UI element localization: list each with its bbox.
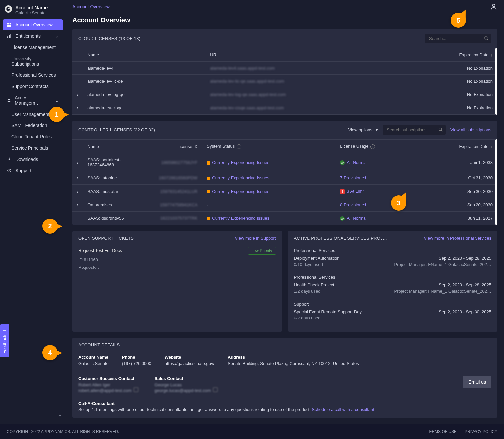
- feedback-tab[interactable]: Feedback ▭: [0, 324, 9, 357]
- cell-name: SAAS: tatooine: [83, 171, 152, 185]
- cell-status[interactable]: Currently Experiencing Issues: [202, 153, 335, 171]
- panel-title: CONTROLLER LICENSES (32 OF 32): [78, 127, 155, 132]
- col-system-status[interactable]: System Statusi: [202, 140, 335, 153]
- privacy-link[interactable]: PRIVACY POLICY: [465, 429, 497, 434]
- cell-status[interactable]: Currently Experiencing Issues: [202, 171, 335, 185]
- table-row[interactable]: › SAAS: dsgrdhtjy55 162210375737TRK Curr…: [72, 212, 497, 225]
- nav-label: Support: [15, 168, 31, 173]
- copy-icon[interactable]: [134, 387, 138, 392]
- ps-days: 1/2 days used: [294, 289, 321, 294]
- view-more-support-link[interactable]: View more in Support: [235, 236, 276, 241]
- nav-professional-services[interactable]: Professional Services: [6, 70, 63, 81]
- profile-icon[interactable]: [490, 3, 497, 10]
- cell-expiration: Jun 11, 2027: [418, 212, 497, 225]
- cell-usage[interactable]: All Normal: [335, 153, 418, 171]
- warning-icon: [207, 190, 210, 193]
- table-row[interactable]: › SAAS: tatooine 160728616560PDW Current…: [72, 171, 497, 185]
- nav-entitlements[interactable]: Entitlements ⌄: [3, 30, 63, 42]
- controller-search-input[interactable]: [383, 125, 446, 135]
- expand-icon[interactable]: ›: [72, 62, 83, 75]
- schedule-call-link[interactable]: Schedule a call with a consultant.: [312, 407, 375, 412]
- col-name[interactable]: Name: [83, 140, 152, 153]
- detail-address-value: Senate Building, Senate Plaza,, Coruscan…: [228, 361, 359, 366]
- sales-label: Sales Contact: [155, 376, 218, 381]
- nav-access-management[interactable]: Access Managem… ⌄: [3, 92, 63, 109]
- copy-icon[interactable]: [213, 387, 218, 392]
- expand-icon[interactable]: ›: [72, 75, 83, 88]
- cell-usage[interactable]: 7 Provisioned: [335, 171, 418, 185]
- expand-icon[interactable]: ›: [72, 101, 83, 115]
- ps-days: 0/2 days used: [294, 316, 321, 320]
- nav-university-subscriptions[interactable]: University Subscriptions: [6, 53, 63, 70]
- cell-expiration: Oct 31, 2030: [418, 171, 497, 185]
- detail-address-label: Address: [228, 355, 359, 360]
- nav-label: Access Managem…: [15, 95, 52, 106]
- nav-cloud-tenant-roles[interactable]: Cloud Tenant Roles: [6, 131, 63, 142]
- email-us-button[interactable]: Email us: [463, 376, 491, 388]
- svg-rect-3: [7, 36, 8, 38]
- svg-point-9: [485, 37, 487, 39]
- col-license-id[interactable]: License ID: [152, 140, 202, 153]
- cell-license-id: 162210375737TRK: [152, 212, 202, 225]
- expand-icon[interactable]: ›: [72, 185, 83, 198]
- search-icon: [438, 127, 443, 133]
- cloud-search-input[interactable]: [425, 34, 491, 43]
- expand-icon[interactable]: ›: [72, 88, 83, 101]
- svg-point-8: [492, 4, 495, 6]
- svg-rect-2: [7, 25, 11, 27]
- expand-icon[interactable]: ›: [72, 212, 83, 225]
- view-all-subscriptions-link[interactable]: View all subscriptions: [450, 127, 491, 132]
- account-label: Account Name:: [15, 5, 49, 10]
- panel-title: ACCOUNT DETAILS: [78, 342, 120, 347]
- user-icon: [7, 98, 11, 103]
- nav-account-overview[interactable]: Account Overview: [3, 19, 63, 30]
- ps-dates: Sep 2, 2020 - Sep 30, 2025: [439, 309, 491, 314]
- table-row[interactable]: › On premises 159774758941KCA - 8 Provis…: [72, 198, 497, 212]
- col-expiration[interactable]: Expiration Date↓: [418, 140, 497, 153]
- callout-4: 4: [42, 345, 58, 360]
- col-url[interactable]: URL: [205, 48, 399, 62]
- cell-expiration: No Expiration: [400, 62, 497, 75]
- col-license-usage[interactable]: License Usagei: [335, 140, 418, 153]
- cell-expiration: Sep 20, 2030: [418, 198, 497, 212]
- account-details-panel: ACCOUNT DETAILS Account Name Galactic Se…: [72, 338, 497, 418]
- col-name[interactable]: Name: [83, 48, 205, 62]
- cell-status[interactable]: Currently Experiencing Issues: [202, 185, 335, 198]
- nav-support-contracts[interactable]: Support Contracts: [6, 81, 63, 92]
- cell-usage[interactable]: All Normal: [335, 212, 418, 225]
- cell-status[interactable]: -: [202, 198, 335, 212]
- dashboard-icon: [7, 22, 12, 27]
- nav-service-principals[interactable]: Service Principals: [6, 142, 63, 154]
- nav-support[interactable]: Support: [3, 165, 63, 176]
- nav-license-management[interactable]: License Management: [6, 42, 63, 53]
- table-row[interactable]: › SAAS: portaltest-16372464868… 18659802…: [72, 153, 497, 171]
- expand-icon[interactable]: ›: [72, 171, 83, 185]
- expand-icon[interactable]: ›: [72, 198, 83, 212]
- svg-rect-4: [9, 35, 10, 38]
- view-options-dropdown[interactable]: View options ▾: [348, 127, 378, 132]
- table-row[interactable]: › alameda-lev-cisqe alameda-lev-cisqe.sa…: [72, 101, 497, 115]
- priority-badge: Low Priority: [248, 247, 276, 255]
- sidebar-header: Account Name: Galactic Senate: [0, 3, 66, 19]
- nav-downloads[interactable]: Downloads: [3, 154, 63, 165]
- cell-license-id: 160728616560PDW: [152, 171, 202, 185]
- table-row[interactable]: › alameda-lev-log-qe alameda-lev-log-qe.…: [72, 88, 497, 101]
- detail-account-name-label: Account Name: [78, 355, 109, 360]
- cell-name: alameda-lev-log-qe: [83, 88, 205, 101]
- table-row[interactable]: › SAAS: mustafar 159783145241LUR Current…: [72, 185, 497, 198]
- main: Account Overview Account Overview CLOUD …: [66, 0, 504, 424]
- collapse-sidebar-button[interactable]: «: [0, 409, 66, 422]
- ps-days: 0/10 days used: [294, 262, 323, 267]
- view-more-ps-link[interactable]: View more in Professional Services: [424, 236, 491, 241]
- table-row[interactable]: › alameda-lev-lic-qe alameda-lev-lic-qe.…: [72, 75, 497, 88]
- terms-link[interactable]: TERMS OF USE: [427, 429, 457, 434]
- table-row[interactable]: › alameda-lev4 alameda-lev4.saas.appd-te…: [72, 62, 497, 75]
- col-expiration[interactable]: Expiration Date↓: [400, 48, 497, 62]
- cell-status[interactable]: Currently Experiencing Issues: [202, 212, 335, 225]
- ticket-title: Request Test For Docs: [78, 248, 122, 253]
- expand-icon[interactable]: ›: [72, 153, 83, 171]
- consultant-title: Call-A-Consultant: [78, 401, 491, 406]
- professional-services-panel: ACTIVE PROFESSIONAL SERVICES PROJECTS (……: [288, 231, 498, 332]
- breadcrumb[interactable]: Account Overview: [72, 4, 110, 9]
- cell-name: alameda-lev4: [83, 62, 205, 75]
